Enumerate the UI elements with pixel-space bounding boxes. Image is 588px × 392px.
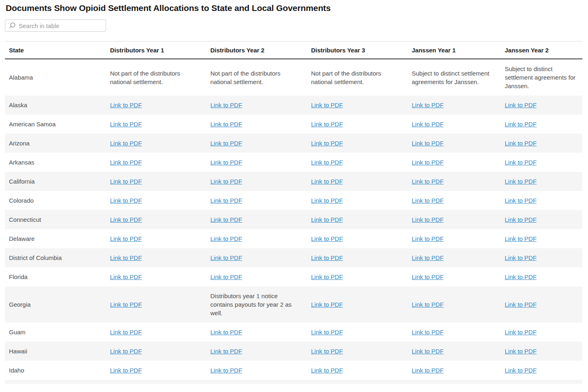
pdf-link[interactable]: Link to PDF <box>210 235 242 242</box>
search-icon <box>9 22 16 29</box>
pdf-link[interactable]: Link to PDF <box>311 273 343 280</box>
pdf-link[interactable]: Link to PDF <box>311 102 343 108</box>
pdf-link[interactable]: Link to PDF <box>412 140 443 147</box>
pdf-link[interactable]: Link to PDF <box>311 301 343 308</box>
pdf-link[interactable]: Link to PDF <box>110 254 142 261</box>
pdf-link[interactable]: Link to PDF <box>505 197 536 204</box>
pdf-link[interactable]: Link to PDF <box>505 178 536 185</box>
pdf-link[interactable]: Link to PDF <box>505 301 536 308</box>
pdf-link-cell: Link to PDF <box>408 323 501 342</box>
pdf-link-cell: Link to PDF <box>408 134 501 153</box>
pdf-link[interactable]: Link to PDF <box>110 121 142 128</box>
pdf-link-cell: Link to PDF <box>501 361 582 380</box>
pdf-link-cell: Link to PDF <box>307 134 408 153</box>
pdf-link[interactable]: Link to PDF <box>412 254 443 261</box>
note-cell: Not part of the distributors national se… <box>106 59 206 95</box>
pdf-link[interactable]: Link to PDF <box>412 121 443 128</box>
pdf-link-cell: Link to PDF <box>307 361 408 380</box>
pdf-link[interactable]: Link to PDF <box>311 197 343 204</box>
pdf-link[interactable]: Link to PDF <box>311 216 343 223</box>
pdf-link[interactable]: Link to PDF <box>412 301 443 308</box>
pdf-link[interactable]: Link to PDF <box>110 348 142 355</box>
pdf-link[interactable]: Link to PDF <box>210 159 242 166</box>
pdf-link[interactable]: Link to PDF <box>505 140 536 147</box>
pdf-link[interactable]: Link to PDF <box>505 273 536 280</box>
pdf-link[interactable]: Link to PDF <box>311 140 343 147</box>
pdf-link[interactable]: Link to PDF <box>210 254 242 261</box>
pdf-link-cell: Link to PDF <box>307 267 408 286</box>
pdf-link[interactable]: Link to PDF <box>505 159 536 166</box>
pdf-link[interactable]: Link to PDF <box>412 197 443 204</box>
pdf-link[interactable]: Link to PDF <box>412 235 443 242</box>
pdf-link[interactable]: Link to PDF <box>110 216 142 223</box>
pdf-link[interactable]: Link to PDF <box>505 102 536 108</box>
pdf-link-cell: Link to PDF <box>408 286 501 323</box>
pdf-link-cell: Link to PDF <box>408 191 501 210</box>
pdf-link[interactable]: Link to PDF <box>110 235 142 242</box>
pdf-link[interactable]: Link to PDF <box>210 140 242 147</box>
pdf-link[interactable]: Link to PDF <box>311 329 343 336</box>
pdf-link-cell: Link to PDF <box>307 153 408 172</box>
pdf-link-cell: Link to PDF <box>501 286 582 323</box>
note-cell: Not part of the distributors national se… <box>206 59 307 95</box>
pdf-link[interactable]: Link to PDF <box>311 178 343 185</box>
pdf-link[interactable]: Link to PDF <box>210 329 242 336</box>
pdf-link[interactable]: Link to PDF <box>311 235 343 242</box>
pdf-link[interactable]: Link to PDF <box>311 159 343 166</box>
pdf-link[interactable]: Link to PDF <box>110 197 142 204</box>
pdf-link[interactable]: Link to PDF <box>210 102 242 108</box>
pdf-link-cell: Link to PDF <box>106 210 206 229</box>
state-cell: Arizona <box>5 134 106 153</box>
pdf-link[interactable]: Link to PDF <box>210 178 242 185</box>
pdf-link[interactable]: Link to PDF <box>412 273 443 280</box>
pdf-link[interactable]: Link to PDF <box>412 348 443 355</box>
table-body: AlabamaNot part of the distributors nati… <box>5 59 582 380</box>
pdf-link-cell: Link to PDF <box>307 342 408 361</box>
pdf-link[interactable]: Link to PDF <box>412 216 443 223</box>
pdf-link[interactable]: Link to PDF <box>210 197 242 204</box>
pdf-link[interactable]: Link to PDF <box>210 121 242 128</box>
pdf-link[interactable]: Link to PDF <box>505 254 536 261</box>
pdf-link[interactable]: Link to PDF <box>210 216 242 223</box>
pdf-link[interactable]: Link to PDF <box>311 367 343 374</box>
pdf-link[interactable]: Link to PDF <box>505 348 536 355</box>
pdf-link[interactable]: Link to PDF <box>311 348 343 355</box>
pdf-link-cell: Link to PDF <box>408 95 501 115</box>
pdf-link[interactable]: Link to PDF <box>110 102 142 108</box>
pdf-link[interactable]: Link to PDF <box>505 367 536 374</box>
pdf-link[interactable]: Link to PDF <box>505 235 536 242</box>
pdf-link[interactable]: Link to PDF <box>110 178 142 185</box>
pdf-link[interactable]: Link to PDF <box>505 329 536 336</box>
pdf-link[interactable]: Link to PDF <box>110 367 142 374</box>
pdf-link[interactable]: Link to PDF <box>311 254 343 261</box>
pdf-link[interactable]: Link to PDF <box>110 159 142 166</box>
pdf-link[interactable]: Link to PDF <box>311 121 343 128</box>
note-cell: Subject to distinct settlement agreement… <box>501 59 582 95</box>
table-row: American SamoaLink to PDFLink to PDFLink… <box>5 115 582 134</box>
pdf-link[interactable]: Link to PDF <box>505 216 536 223</box>
state-cell: Connecticut <box>5 210 106 229</box>
pdf-link[interactable]: Link to PDF <box>412 329 443 336</box>
search-box[interactable] <box>5 19 106 32</box>
pdf-link[interactable]: Link to PDF <box>412 367 443 374</box>
pdf-link[interactable]: Link to PDF <box>110 273 142 280</box>
pdf-link[interactable]: Link to PDF <box>210 367 242 374</box>
table-header: State Distributors Year 1 Distributors Y… <box>5 41 582 59</box>
pdf-link[interactable]: Link to PDF <box>210 273 242 280</box>
pdf-link[interactable]: Link to PDF <box>412 102 443 108</box>
pdf-link-cell: Link to PDF <box>206 115 307 134</box>
search-input[interactable] <box>19 22 102 29</box>
pdf-link[interactable]: Link to PDF <box>110 329 142 336</box>
pdf-link[interactable]: Link to PDF <box>210 348 242 355</box>
pdf-link-cell: Link to PDF <box>106 248 206 267</box>
pdf-link[interactable]: Link to PDF <box>412 159 443 166</box>
pdf-link-cell: Link to PDF <box>408 361 501 380</box>
state-cell: American Samoa <box>5 115 106 134</box>
pdf-link-cell: Link to PDF <box>106 342 206 361</box>
pdf-link-cell: Link to PDF <box>408 342 501 361</box>
pdf-link[interactable]: Link to PDF <box>505 121 536 128</box>
pdf-link[interactable]: Link to PDF <box>412 178 443 185</box>
pdf-link-cell: Link to PDF <box>106 153 206 172</box>
pdf-link[interactable]: Link to PDF <box>110 301 142 308</box>
pdf-link[interactable]: Link to PDF <box>110 140 142 147</box>
